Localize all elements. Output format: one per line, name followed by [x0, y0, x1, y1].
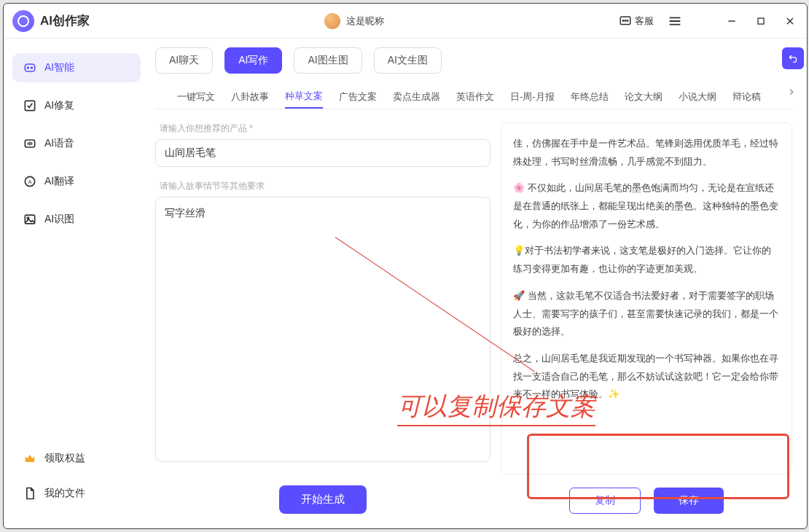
hamburger-menu[interactable] — [667, 13, 683, 29]
generate-button[interactable]: 开始生成 — [279, 485, 367, 514]
sidebar-item-label: AI识图 — [44, 213, 74, 226]
window: AI创作家 这是昵称 客服 — [3, 3, 808, 529]
output-pane: 佳，仿佛握在手中是一件艺术品。笔锋则选用优质羊毛，经过特殊处理，书写时丝滑流畅，… — [501, 122, 792, 514]
svg-point-12 — [28, 67, 29, 69]
subtab-english[interactable]: 英语作文 — [456, 86, 494, 108]
sidebar-item-ai-translate[interactable]: A AI翻译 — [12, 167, 141, 196]
sidebar-item-ai-image-recognition[interactable]: AI识图 — [12, 205, 141, 234]
main: AI聊天 AI写作 AI图生图 AI文生图 一键写文 八卦故事 种草文案 广告文… — [149, 39, 807, 528]
sidebar-item-label: AI修复 — [44, 99, 74, 112]
sidebar-item-label: AI翻译 — [44, 175, 74, 188]
titlebar: AI创作家 这是昵称 客服 — [4, 4, 807, 39]
subtab-ad[interactable]: 广告文案 — [339, 86, 377, 108]
tab-ai-txt2img[interactable]: AI文生图 — [374, 47, 442, 74]
history-button[interactable] — [782, 47, 804, 69]
details-label: 请输入故事情节等其他要求 — [160, 180, 491, 192]
sidebar-item-ai-smart[interactable]: AI智能 — [12, 53, 141, 82]
subtab-gossip[interactable]: 八卦故事 — [231, 86, 269, 108]
subtab-novel[interactable]: 小说大纲 — [679, 86, 716, 108]
sparkle-icon — [23, 60, 37, 75]
product-input[interactable] — [155, 139, 491, 167]
svg-rect-8 — [758, 18, 764, 24]
subtab-seeding[interactable]: 种草文案 — [285, 85, 323, 109]
subtab-report[interactable]: 日-周-月报 — [510, 86, 555, 108]
sidebar-item-my-files[interactable]: 我的文件 — [12, 479, 141, 508]
repair-icon — [23, 98, 37, 113]
sidebar-item-label: AI智能 — [44, 61, 74, 74]
sidebar-item-label: 我的文件 — [44, 487, 85, 500]
svg-point-3 — [627, 20, 628, 21]
subtab-selling[interactable]: 卖点生成器 — [393, 86, 440, 108]
avatar[interactable] — [324, 13, 340, 29]
maximize-button[interactable] — [753, 13, 769, 29]
sidebar-item-label: AI语音 — [44, 137, 74, 150]
support-label: 客服 — [635, 15, 654, 28]
support-button[interactable]: 客服 — [619, 15, 654, 28]
save-button[interactable]: 保存 — [654, 488, 724, 514]
chat-icon — [619, 15, 632, 28]
app-logo — [12, 10, 34, 32]
crown-icon — [23, 451, 37, 466]
output-paragraph: 总之，山间居毛笔是我近期发现的一个书写神器。如果你也在寻找一支适合自己的毛笔，那… — [513, 350, 780, 404]
subtab-onekey[interactable]: 一键写文 — [177, 86, 215, 108]
output-paragraph: 🌸 不仅如此，山间居毛笔的墨色饱满而均匀，无论是在宣纸还是在普通的纸张上，都能呈… — [513, 179, 780, 233]
sub-tabs: 一键写文 八卦故事 种草文案 广告文案 卖点生成器 英语作文 日-周-月报 年终… — [155, 81, 792, 109]
svg-point-2 — [625, 20, 626, 21]
output-paragraph: 🚀 当然，这款毛笔不仅适合书法爱好者，对于需要签字的职场人士、需要写字的孩子们，… — [513, 287, 780, 341]
tab-ai-img2img[interactable]: AI图生图 — [294, 47, 361, 74]
nickname: 这是昵称 — [346, 15, 384, 28]
copy-button[interactable]: 复制 — [569, 488, 641, 514]
output-paragraph: 💡对于书法初学者来说，这支笔是极好的入门选择。它让你的练习变得更加有趣，也让你的… — [513, 242, 780, 278]
tab-ai-chat[interactable]: AI聊天 — [155, 47, 213, 74]
sidebar-item-ai-repair[interactable]: AI修复 — [12, 91, 141, 120]
product-label: 请输入你想推荐的产品 * — [160, 122, 491, 135]
sidebar-item-label: 领取权益 — [44, 452, 85, 465]
subtab-yearend[interactable]: 年终总结 — [571, 86, 609, 108]
voice-icon — [23, 136, 37, 151]
svg-text:A: A — [28, 179, 31, 185]
subtab-scroll-right[interactable] — [786, 87, 797, 99]
form-pane: 请输入你想推荐的产品 * 请输入故事情节等其他要求 开始生成 — [155, 122, 491, 514]
undo-icon — [787, 52, 799, 64]
details-textarea[interactable] — [155, 197, 491, 462]
translate-icon: A — [23, 174, 37, 189]
sidebar: AI智能 AI修复 AI语音 A AI翻译 — [4, 39, 149, 528]
minimize-button[interactable] — [724, 13, 740, 29]
svg-rect-11 — [25, 64, 34, 71]
svg-point-1 — [622, 20, 624, 21]
main-tabs: AI聊天 AI写作 AI图生图 AI文生图 — [155, 47, 792, 74]
output-text[interactable]: 佳，仿佛握在手中是一件艺术品。笔锋则选用优质羊毛，经过特殊处理，书写时丝滑流畅，… — [501, 122, 792, 474]
app-title: AI创作家 — [40, 12, 90, 29]
output-paragraph: 佳，仿佛握在手中是一件艺术品。笔锋则选用优质羊毛，经过特殊处理，书写时丝滑流畅，… — [513, 135, 780, 171]
tab-ai-write[interactable]: AI写作 — [224, 47, 282, 74]
file-icon — [23, 486, 37, 501]
subtab-debate[interactable]: 辩论稿 — [732, 86, 761, 108]
image-icon — [23, 212, 37, 227]
sidebar-item-benefits[interactable]: 领取权益 — [12, 444, 141, 473]
subtab-thesis[interactable]: 论文大纲 — [625, 86, 663, 108]
svg-point-13 — [31, 67, 33, 69]
sidebar-item-ai-voice[interactable]: AI语音 — [12, 129, 141, 158]
close-button[interactable] — [782, 13, 798, 29]
